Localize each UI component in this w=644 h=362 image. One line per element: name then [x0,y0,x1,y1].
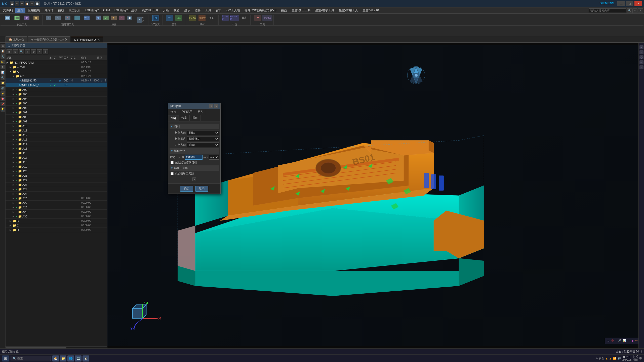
create-tool-btn[interactable] [3,13,12,22]
more-feature-btn[interactable]: 更多 [240,13,249,22]
menu-file[interactable]: 文件(F) [1,8,15,13]
tree-row-a17[interactable]: ▶ ✓ 📁 A17 [6,155,107,160]
tree-row-d[interactable]: ▶ 📁 D 00:00:00 [6,228,107,232]
tree-row-a21[interactable]: ▶ ✓ 📁 A21 [6,173,107,178]
menu-app[interactable]: 应用模块 [26,8,42,13]
menu-curve[interactable]: 曲线 [56,8,66,13]
tree-row-a13[interactable]: ▶ ✓ 📁 A13 [6,137,107,142]
menu-extra2[interactable]: ⚙ [638,8,643,13]
not-suitable-btn[interactable]: ✕ [63,13,72,22]
search-bar[interactable]: 🔍 搜索 [11,356,51,361]
tree-row-a22[interactable]: ▶ ✓ 📁 A22 [6,178,107,183]
view-finish-btn[interactable]: ⊟ [54,13,63,22]
left-icon-4[interactable]: 📐 [1,60,5,64]
dialog-cancel-btn[interactable]: 取消 [195,186,208,192]
extend-edge-unit-select[interactable]: mm in [209,155,219,160]
left-icon-3[interactable]: 🔧 [1,54,5,59]
menu-select[interactable]: 选择 [193,8,203,13]
menu-surface[interactable]: 曲面 [279,8,289,13]
menu-star-cam[interactable]: 星空-加工工具 [290,8,313,13]
left-icon-1[interactable]: 🗂 [1,44,5,48]
qt-btn3[interactable]: 📄 [35,2,39,6]
qt-btn2[interactable]: ✂ [30,2,34,6]
tree-row-a15[interactable]: ▶ ✓ 📁 A15 [6,146,107,151]
tab-discovery[interactable]: 🏠 发现中心 [6,36,27,42]
left-icon-12[interactable]: 📌 [1,102,5,106]
tree-row-a03[interactable]: ▶ ✓ 📁 A03 [6,92,107,97]
tree-row-a25[interactable]: ▶ ✓ 📁 A25 [6,192,107,196]
tools2-btn[interactable]: ⚙ [253,13,262,22]
flat-surf-btn[interactable] [73,13,82,22]
tree-row-a10[interactable]: ▶ ✓ 📁 A10 [6,124,107,128]
tree-row-a06[interactable]: ▶ ✓ 📁 A06 [6,106,107,110]
simulate-btn[interactable]: ▶ [110,13,118,22]
view-roughing-btn[interactable]: ⊞ [44,13,53,22]
tab-fillet[interactable]: ⊕ 一键倒角NX10.0版本.prt D [28,36,70,42]
toolbar-btn2[interactable]: · [615,339,616,342]
left-icon-9[interactable]: 🔗 [1,86,5,90]
dialog-ok-btn[interactable]: 确定 [180,186,193,192]
tree-row-b[interactable]: ▶ 📁 B 00:00:00 [6,219,107,223]
left-icon-7[interactable]: 🔍 [1,75,5,80]
create-op-btn[interactable] [22,13,31,22]
tab-model[interactable]: ⊕ g_model5.prt D ✕ [71,37,103,42]
extend-edge-input[interactable] [185,155,203,160]
tree-row-a07[interactable]: ▶ ✓ 📁 A07 [6,110,107,115]
menu-view[interactable]: 视图 [172,8,182,13]
tree-row-a23[interactable]: ▶ ✓ 📁 A23 [6,183,107,187]
shopfloor-btn[interactable]: 📄 [126,13,133,22]
search-icon-btn[interactable]: 🔍 [627,8,632,13]
tree-row-a28[interactable]: ▶ ✓ 📁 A28 00:00:00 [6,205,107,210]
tree-row-a12[interactable]: ▶ ✓ 📁 A12 [6,133,107,137]
tree-row-a20[interactable]: ▶ ✓ 📁 A20 [6,169,107,173]
tree-row-a01[interactable]: ▼ 📁 A01 03:34:24 [6,74,107,78]
tree-row-a14[interactable]: ▶ ✓ 📁 A14 [6,142,107,146]
cut-order-select[interactable]: 深度优先 层优先 [187,136,219,141]
left-icon-8[interactable]: 📁 [1,81,5,85]
menu-geometry[interactable]: 几何体 [43,8,56,13]
display-ipw-btn[interactable]: IPW [165,13,174,22]
left-icon-5[interactable]: ⚙ [1,65,5,69]
redo-btn[interactable]: ↪ [20,2,24,6]
nav-tb-collapse[interactable]: ⊟ [13,49,18,54]
close-btn[interactable]: ✕ [634,1,642,6]
find-feature-btn[interactable]: 查找特征 [221,13,230,22]
dialog-close-btn[interactable]: ✕ [214,104,218,108]
tree-row-a27[interactable]: ▶ ✓ 📁 A27 00:00:00 [6,201,107,205]
tree-row-a26[interactable]: ▶ ✓ 📁 A26 00:00:00 [6,196,107,201]
cutting-section-header[interactable]: ▼ 切削 [170,124,219,129]
tree-row-a[interactable]: ▼ 📁 A 03:34:24 [6,69,107,74]
extend-section-header[interactable]: ▼ 延伸路径 [170,148,219,154]
menu-analysis[interactable]: 分析 [161,8,171,13]
tree-row-c[interactable]: ▶ 📁 C 00:00:00 [6,223,107,228]
menu-window[interactable]: 窗口 [214,8,224,13]
toolbar-btn3[interactable]: 🎤 [618,339,621,342]
tree-row-a19[interactable]: ▶ ✓ 📁 A19 [6,164,107,169]
left-icon-6[interactable]: 📊 [1,70,5,75]
create-method-btn[interactable] [32,13,41,22]
undo-btn[interactable]: ↩ [15,2,19,6]
tree-row-a04[interactable]: ▶ ✓ 📁 A04 [6,97,107,101]
taskbar-app2[interactable]: 📁 [60,355,66,361]
dialog-tab-connect[interactable]: 连接 [168,109,179,115]
show-ipw-btn[interactable]: 显示IPW [188,14,197,23]
menu-gc[interactable]: GC工具箱 [224,8,242,13]
right-icon-4[interactable]: ⊡ [639,60,643,64]
more-ipw-btn[interactable]: 更多 [207,14,216,23]
right-icon-2[interactable]: ↑ [639,50,643,54]
extend-blank-checkbox[interactable] [171,161,174,164]
tree-row-a24[interactable]: ▶ ✓ 📁 A24 [6,187,107,192]
tool-dir-select[interactable]: 自动 向外 向内 [187,142,219,147]
verify-btn[interactable] [102,13,110,22]
global-search[interactable] [589,8,626,13]
tree-row-a16[interactable]: ▶ ✓ 📁 A16 [6,151,107,155]
menu-star-elec[interactable]: 星空-电极工具 [313,8,336,13]
generate-btn[interactable] [95,13,102,22]
nav-tb-columns[interactable]: ||| [43,49,48,54]
cut-direction-select[interactable]: 顺铣 逆铣 [187,130,219,135]
right-icon-1[interactable]: ⊞ [639,45,643,49]
menu-home[interactable]: 主页 [15,8,25,13]
menu-yanxiu-cnc[interactable]: 燕秀CNC超级程式单5.3 [243,8,278,13]
tree-row-op-rough50[interactable]: ⚙ 型腔开粗-50 ✓ ✓ ◎ D12 0 01:28:47 4000 rpm … [6,78,107,83]
toolbar-btn5[interactable]: 中 [628,339,630,343]
